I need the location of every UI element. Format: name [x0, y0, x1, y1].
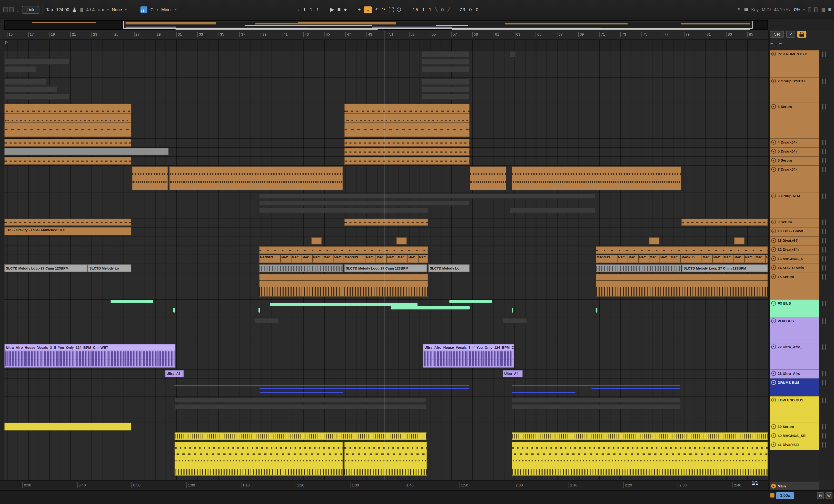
- track-header[interactable]: ≡DRUMS BUS: [770, 379, 819, 396]
- track-header[interactable]: ▸39 Serum: [770, 422, 819, 432]
- clip[interactable]: [422, 59, 470, 65]
- track-header[interactable]: ▾22 Ultra_Afro_: [770, 343, 819, 369]
- clip[interactable]: [509, 51, 516, 57]
- clip[interactable]: [259, 308, 260, 313]
- stop-button[interactable]: ■: [337, 7, 341, 12]
- clip[interactable]: [396, 237, 407, 245]
- record-button[interactable]: ●: [344, 7, 347, 12]
- clip[interactable]: [503, 318, 527, 323]
- track-header-main[interactable]: ▶ Main: [770, 482, 819, 490]
- clip[interactable]: [4, 139, 131, 147]
- time-ruler[interactable]: [0, 480, 768, 490]
- clip[interactable]: [512, 397, 681, 403]
- track-header[interactable]: ≡FX BUS: [770, 299, 819, 317]
- clip[interactable]: [174, 442, 343, 476]
- play-circle-icon[interactable]: ▶: [771, 483, 776, 488]
- clip[interactable]: [512, 442, 768, 476]
- clip[interactable]: [174, 385, 469, 386]
- scroll-left-button[interactable]: ←: [770, 41, 774, 45]
- play-circle-icon[interactable]: ▸: [771, 371, 776, 376]
- clip[interactable]: [259, 193, 596, 199]
- clip[interactable]: [260, 388, 469, 389]
- clip[interactable]: [596, 308, 597, 313]
- window-mode-icons[interactable]: ▾: [3, 5, 19, 15]
- unfold-icon[interactable]: ▾: [771, 344, 776, 349]
- overview-view-rect[interactable]: [124, 21, 752, 29]
- clip[interactable]: [4, 157, 131, 165]
- track-header[interactable]: ▸40 MAGNUS_SE: [770, 432, 819, 441]
- scroll-right-button[interactable]: →: [778, 41, 782, 45]
- clip[interactable]: [344, 157, 470, 165]
- track-header[interactable]: ▸12 Diva(x64): [770, 246, 819, 255]
- pencil-icon[interactable]: ✎: [738, 7, 741, 12]
- clip[interactable]: [4, 422, 131, 431]
- clip[interactable]: SLCTD Melody Loop 27 Cmin 123BPM: [4, 264, 88, 272]
- clip[interactable]: [344, 139, 470, 147]
- tempo-field[interactable]: 124.00: [56, 7, 69, 12]
- track-header[interactable]: ≡INSTRUMENTS B: [770, 50, 819, 77]
- play-circle-icon[interactable]: ▸: [771, 149, 776, 154]
- circle-icon[interactable]: [396, 7, 401, 12]
- group-icon[interactable]: ≡: [771, 318, 776, 323]
- clip[interactable]: [734, 237, 745, 245]
- clip[interactable]: SLCTD Melody Lo: [428, 264, 470, 272]
- clip[interactable]: [422, 86, 470, 92]
- track-header[interactable]: ≡VOX BUS: [770, 317, 819, 343]
- clip[interactable]: [4, 219, 131, 226]
- clip[interactable]: [591, 388, 680, 389]
- play-circle-icon[interactable]: ▸: [771, 158, 776, 163]
- chevron-down-icon[interactable]: ▾: [107, 8, 109, 11]
- track-header[interactable]: ▾7 Diva(x64): [770, 165, 819, 192]
- key-map-button[interactable]: Key: [751, 7, 759, 12]
- unfold-icon[interactable]: ▾: [771, 274, 776, 279]
- gate-icon[interactable]: ⊓: [441, 7, 444, 12]
- clip[interactable]: [259, 264, 343, 272]
- clip[interactable]: [681, 219, 768, 226]
- clip[interactable]: MAGNUSMACMACMACMACMACMACMAGNUSMACMACMACM…: [596, 255, 768, 263]
- fade-up-icon[interactable]: ╱: [447, 7, 450, 12]
- clip[interactable]: [4, 86, 57, 92]
- play-circle-icon[interactable]: ▸: [771, 238, 776, 243]
- clip[interactable]: [254, 318, 279, 323]
- clip[interactable]: TPS - Gravity - Tonal Ambience 10 C: [4, 227, 131, 235]
- play-circle-icon[interactable]: ▸: [771, 424, 776, 429]
- clip[interactable]: Ultra_Af: [503, 370, 523, 377]
- fade-down-icon[interactable]: ╲: [435, 7, 438, 12]
- chevron-down-icon[interactable]: ▾: [157, 8, 158, 11]
- unfold-icon[interactable]: ▾: [771, 442, 776, 447]
- clip[interactable]: [4, 79, 47, 85]
- clip[interactable]: [512, 392, 575, 393]
- group-icon[interactable]: ≡: [771, 380, 776, 385]
- expand-icon[interactable]: ↗: [786, 31, 795, 38]
- play-circle-icon[interactable]: ▸: [771, 256, 776, 261]
- track-header[interactable]: ≡LOW END BUS: [770, 396, 819, 422]
- forward-arrow-icon[interactable]: ↷: [382, 7, 386, 12]
- back-arrow-icon[interactable]: ↶: [375, 7, 379, 12]
- clip[interactable]: [422, 51, 470, 57]
- hamburger-menu-icon[interactable]: ≡: [828, 7, 831, 12]
- track-header[interactable]: ▸23 Ultra_Afro_: [770, 369, 819, 379]
- clip[interactable]: [596, 274, 768, 297]
- play-button[interactable]: ▶: [330, 7, 334, 12]
- link-button[interactable]: Link: [22, 6, 39, 14]
- automation-arm-button[interactable]: ↔: [364, 6, 372, 13]
- track-header[interactable]: ▸6 Serum: [770, 156, 819, 165]
- track-header[interactable]: ▸10 TPS - Gravit: [770, 227, 819, 236]
- clip[interactable]: [512, 432, 768, 440]
- clip[interactable]: [512, 166, 681, 190]
- grid-snap-icon[interactable]: [770, 493, 774, 498]
- nudge-icons[interactable]: |||: [80, 7, 83, 12]
- scale-mode-select[interactable]: Minor: [161, 7, 172, 12]
- play-circle-icon[interactable]: ▸: [771, 265, 776, 270]
- clip[interactable]: [259, 246, 428, 254]
- time-signature-field[interactable]: 4 / 4: [86, 7, 95, 12]
- midi-map-button[interactable]: MIDI: [762, 7, 771, 12]
- clip[interactable]: [174, 404, 426, 409]
- clip[interactable]: [344, 442, 427, 476]
- start-marker-icon[interactable]: ▷: [5, 40, 8, 44]
- track-header[interactable]: ▸4 Diva(x64): [770, 138, 819, 147]
- zoom-height-button[interactable]: H: [817, 492, 824, 499]
- clip[interactable]: [391, 306, 470, 309]
- chevron-down-icon[interactable]: ▾: [175, 8, 176, 11]
- zoom-level-button[interactable]: 1.00x: [776, 492, 794, 499]
